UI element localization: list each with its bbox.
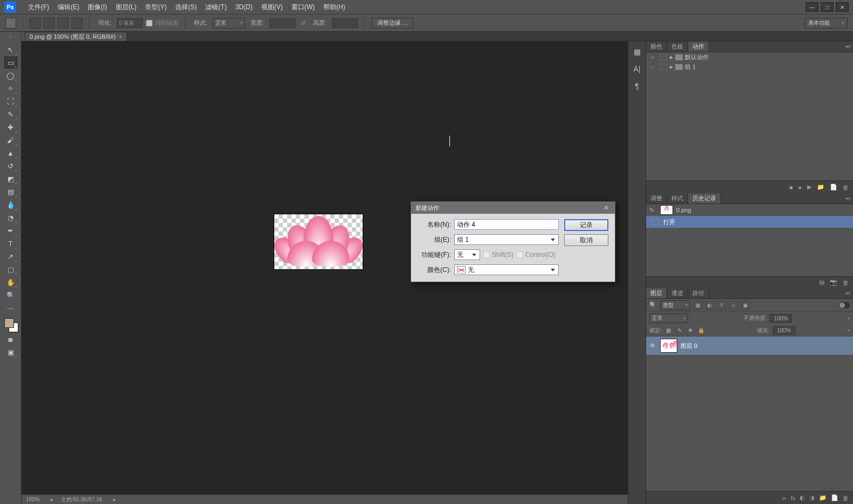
zoom-tool[interactable]: 🔍 <box>4 289 17 301</box>
lock-position-icon[interactable]: ✥ <box>686 327 694 334</box>
menu-select[interactable]: 选择(S) <box>171 0 201 15</box>
edit-toolbar[interactable]: ⋯ <box>4 302 17 314</box>
panel-menu-icon[interactable]: ▾≡ <box>843 193 853 204</box>
swatches-icon[interactable]: ▦ <box>632 47 642 57</box>
lasso-tool[interactable]: ◯ <box>4 69 17 81</box>
filter-shape-icon[interactable]: ◇ <box>729 301 738 310</box>
marquee-tool-icon[interactable] <box>5 18 16 29</box>
fill-value[interactable]: 100% <box>773 326 795 335</box>
hand-tool[interactable]: ✋ <box>4 276 17 288</box>
canvas[interactable]: 新建动作 ✕ 名称(N): 组(E): 组 1 功能键(F): 无 <box>22 41 628 504</box>
minimize-button[interactable]: — <box>806 2 819 12</box>
opacity-value[interactable]: 100% <box>769 314 792 323</box>
tab-color[interactable]: 颜色 <box>646 41 667 52</box>
tab-layers[interactable]: 图层 <box>646 288 667 298</box>
filter-pixel-icon[interactable]: ▦ <box>694 301 702 310</box>
foreground-swatch[interactable] <box>4 318 14 328</box>
move-tool[interactable]: ↖ <box>4 44 17 55</box>
document-tab[interactable]: 0.png @ 100% (图层 0, RGB/8#) × <box>25 32 127 41</box>
tab-swatches[interactable]: 色板 <box>667 41 688 52</box>
healing-tool[interactable]: ✚ <box>4 121 17 133</box>
menu-3d[interactable]: 3D(D) <box>231 0 257 15</box>
check-icon[interactable] <box>648 54 657 60</box>
toolbox-collapse[interactable]: « <box>0 32 22 41</box>
height-input[interactable] <box>332 18 358 28</box>
path-select-tool[interactable]: ↗ <box>4 250 17 262</box>
toggle-icon[interactable] <box>660 54 667 60</box>
fx-icon[interactable]: fx <box>790 495 795 501</box>
selection-new-icon[interactable] <box>30 18 40 29</box>
screen-mode[interactable]: ▣ <box>4 346 17 358</box>
layer-name[interactable]: 图层 0 <box>681 342 697 350</box>
menu-file[interactable]: 文件(F) <box>24 0 53 15</box>
trash-icon[interactable]: 🗑 <box>843 279 849 286</box>
doc-info[interactable]: 文档:65.3K/87.1K <box>61 496 103 503</box>
layers-empty-area[interactable] <box>646 355 853 491</box>
stamp-tool[interactable]: ▲ <box>4 147 17 159</box>
filter-type-icon[interactable]: T <box>717 301 726 310</box>
menu-layer[interactable]: 图层(L) <box>112 0 141 15</box>
character-icon[interactable]: A| <box>632 64 642 74</box>
link-icon[interactable]: ∞ <box>782 495 787 501</box>
filter-adjust-icon[interactable]: ◐ <box>705 301 714 310</box>
style-select[interactable]: 正常▾ <box>213 18 245 29</box>
lock-image-icon[interactable]: ✎ <box>676 327 683 334</box>
shape-tool[interactable]: ▢ <box>4 263 17 275</box>
color-select[interactable]: 无 <box>454 264 559 275</box>
dodge-tool[interactable]: ◔ <box>4 212 17 223</box>
filter-kind-select[interactable]: 类型▾ <box>660 300 690 310</box>
crop-tool[interactable]: ⛶ <box>4 95 17 107</box>
layer-thumbnail[interactable] <box>660 339 677 353</box>
menu-type[interactable]: 类型(Y) <box>141 0 171 15</box>
zoom-value[interactable]: 100% <box>26 496 40 502</box>
brush-tool[interactable]: 🖌 <box>4 134 17 146</box>
action-set-row[interactable]: ▶ 组 1 <box>646 62 853 72</box>
history-brush-icon[interactable]: ✎ <box>649 207 657 214</box>
menu-view[interactable]: 视图(V) <box>257 0 287 15</box>
control-checkbox[interactable]: Control(O) <box>517 251 556 258</box>
record-icon[interactable]: ● <box>798 184 802 191</box>
group-icon[interactable]: 📁 <box>819 494 827 501</box>
width-input[interactable] <box>269 18 295 28</box>
filter-smart-icon[interactable]: ▣ <box>741 301 750 310</box>
selection-add-icon[interactable] <box>44 18 54 29</box>
refine-edge-button[interactable]: 调整边缘 ... <box>371 18 413 29</box>
blend-mode-select[interactable]: 正常▾ <box>649 313 688 323</box>
type-tool[interactable]: T <box>4 237 17 249</box>
menu-image[interactable]: 图像(I) <box>84 0 111 15</box>
maximize-button[interactable]: □ <box>821 2 834 12</box>
new-doc-from-state-icon[interactable]: ▤ <box>819 279 824 286</box>
new-action-icon[interactable]: 📄 <box>830 184 837 191</box>
dialog-close-button[interactable]: ✕ <box>602 204 611 212</box>
panel-menu-icon[interactable]: ▾≡ <box>843 41 853 52</box>
marquee-tool[interactable]: ▭ <box>4 57 17 68</box>
info-arrow-icon[interactable]: ▸ <box>113 496 116 502</box>
layer-row[interactable]: 👁 图层 0 <box>646 337 853 355</box>
eyedropper-tool[interactable]: ✎ <box>4 108 17 120</box>
close-icon[interactable]: × <box>119 34 122 40</box>
panel-menu-icon[interactable]: ▾≡ <box>843 288 853 298</box>
history-brush-tool[interactable]: ↺ <box>4 160 17 172</box>
workspace-select[interactable]: 基本功能▾ <box>805 18 848 29</box>
stop-icon[interactable]: ■ <box>789 184 793 191</box>
filter-toggle[interactable] <box>839 302 850 309</box>
fill-stepper[interactable]: ▾ <box>848 328 850 333</box>
menu-edit[interactable]: 编辑(E) <box>53 0 84 15</box>
antialias-checkbox[interactable]: 消除锯齿 <box>146 19 178 27</box>
gradient-tool[interactable]: ▤ <box>4 186 17 198</box>
menu-help[interactable]: 帮助(H) <box>319 0 350 15</box>
blur-tool[interactable]: 💧 <box>4 199 17 211</box>
close-button[interactable]: ✕ <box>836 2 849 12</box>
tab-channels[interactable]: 通道 <box>667 288 688 298</box>
new-set-icon[interactable]: 📁 <box>817 184 824 191</box>
paragraph-icon[interactable]: ¶ <box>632 81 642 91</box>
menu-filter[interactable]: 滤镜(T) <box>201 0 231 15</box>
pen-tool[interactable]: ✒ <box>4 225 17 236</box>
new-layer-icon[interactable]: 📄 <box>831 494 838 501</box>
tab-paths[interactable]: 路径 <box>688 288 709 298</box>
dialog-titlebar[interactable]: 新建动作 ✕ <box>411 202 615 214</box>
opacity-stepper[interactable]: ▾ <box>848 316 850 321</box>
mask-icon[interactable]: ◐ <box>800 494 805 501</box>
history-document-row[interactable]: ✎ 0.png <box>646 204 853 216</box>
selection-subtract-icon[interactable] <box>58 18 68 29</box>
